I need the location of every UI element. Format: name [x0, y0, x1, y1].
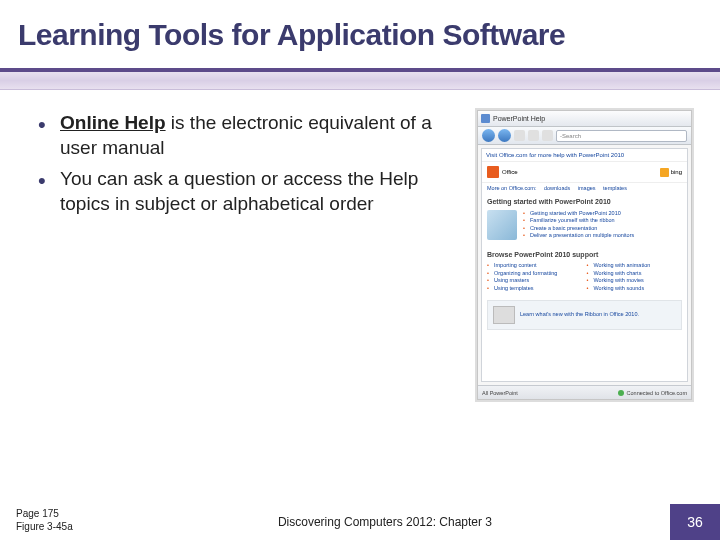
- office-icon: [487, 166, 499, 178]
- help-body: Visit Office.com for more help with Powe…: [481, 148, 688, 382]
- slide-number: 36: [670, 504, 720, 540]
- help-link[interactable]: Working with animation: [587, 262, 683, 270]
- help-link[interactable]: Working with movies: [587, 277, 683, 285]
- slide-title: Learning Tools for Application Software: [0, 0, 720, 52]
- ribbon-promo-icon: [493, 306, 515, 324]
- help-link[interactable]: Working with sounds: [587, 285, 683, 293]
- title-divider: [0, 68, 720, 90]
- slide-footer: Page 175 Figure 3-45a Discovering Comput…: [0, 504, 720, 540]
- help-link[interactable]: Importing content: [487, 262, 583, 270]
- browse-col: Working with animation Working with char…: [587, 262, 683, 293]
- window-titlebar: PowerPoint Help: [478, 111, 691, 127]
- help-icon: [481, 114, 490, 123]
- bullet-list: Online Help is the electronic equivalent…: [38, 110, 459, 400]
- office-logo: Office: [487, 166, 518, 178]
- office-label: Office: [502, 169, 518, 175]
- getting-started: Getting started with PowerPoint 2010 Fam…: [482, 207, 687, 246]
- browse-support: Importing content Organizing and formatt…: [482, 260, 687, 295]
- getting-started-list: Getting started with PowerPoint 2010 Fam…: [523, 210, 682, 240]
- content-area: Online Help is the electronic equivalent…: [0, 90, 720, 400]
- help-window: PowerPoint Help - Search Visit Office.co…: [477, 110, 692, 400]
- refresh-icon[interactable]: [528, 130, 539, 141]
- ribbon-promo[interactable]: Learn what's new with the Ribbon in Offi…: [487, 300, 682, 330]
- home-icon[interactable]: [542, 130, 553, 141]
- subnav: More on Office.com: downloads images tem…: [482, 183, 687, 193]
- window-statusbar: All PowerPoint Connected to Office.com: [478, 385, 691, 399]
- section-title: Browse PowerPoint 2010 support: [482, 246, 687, 260]
- bold-term: Online Help: [60, 112, 166, 133]
- bing-logo: bing: [660, 168, 682, 177]
- status-right: Connected to Office.com: [618, 390, 687, 396]
- section-title: Getting started with PowerPoint 2010: [482, 193, 687, 207]
- help-link[interactable]: Using templates: [487, 285, 583, 293]
- bullet-item: You can ask a question or access the Hel…: [38, 166, 459, 216]
- window-title: PowerPoint Help: [493, 115, 688, 122]
- window-toolbar: - Search: [478, 127, 691, 145]
- search-input[interactable]: - Search: [556, 130, 687, 142]
- footer-center: Discovering Computers 2012: Chapter 3: [100, 504, 670, 540]
- figure-ref: Figure 3-45a: [16, 521, 100, 534]
- subnav-link[interactable]: templates: [603, 185, 627, 191]
- help-link[interactable]: Deliver a presentation on multiple monit…: [523, 232, 682, 239]
- help-link[interactable]: Create a basic presentation: [523, 225, 682, 232]
- bullet-item: Online Help is the electronic equivalent…: [38, 110, 459, 160]
- status-left: All PowerPoint: [482, 390, 518, 396]
- forward-icon[interactable]: [498, 129, 511, 142]
- brand-row: Office bing: [482, 162, 687, 183]
- help-link[interactable]: Organizing and formatting: [487, 270, 583, 278]
- bing-icon: [660, 168, 669, 177]
- search-label: Search: [562, 133, 581, 139]
- bullet-text: You can ask a question or access the Hel…: [60, 168, 418, 214]
- stop-icon[interactable]: [514, 130, 525, 141]
- status-right-text: Connected to Office.com: [627, 390, 687, 396]
- ribbon-promo-text: Learn what's new with the Ribbon in Offi…: [520, 311, 639, 318]
- footer-page-ref: Page 175 Figure 3-45a: [0, 504, 100, 540]
- help-link[interactable]: Getting started with PowerPoint 2010: [523, 210, 682, 217]
- subnav-link[interactable]: downloads: [544, 185, 570, 191]
- connection-icon: [618, 390, 624, 396]
- help-link[interactable]: Using masters: [487, 277, 583, 285]
- subnav-link[interactable]: images: [578, 185, 596, 191]
- top-link[interactable]: Visit Office.com for more help with Powe…: [482, 149, 687, 162]
- back-icon[interactable]: [482, 129, 495, 142]
- bing-label: bing: [671, 169, 682, 175]
- subnav-label: More on Office.com:: [487, 185, 536, 191]
- help-link[interactable]: Working with charts: [587, 270, 683, 278]
- help-link[interactable]: Familiarize yourself with the ribbon: [523, 217, 682, 224]
- getting-started-icon: [487, 210, 517, 240]
- browse-col: Importing content Organizing and formatt…: [487, 262, 583, 293]
- page-ref: Page 175: [16, 508, 100, 521]
